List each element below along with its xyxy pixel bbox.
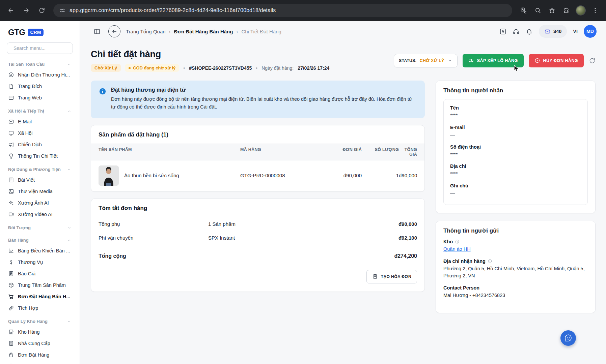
sidebar-section-doi-tuong[interactable]: Đối Tượng <box>0 220 80 233</box>
table-row: Áo thun bền bỉ sức sống GTG-PRD-0000008 … <box>91 160 424 191</box>
shipment-truck-icon <box>468 58 474 63</box>
cancel-order-button[interactable]: HỦY ĐƠN HÀNG <box>529 54 584 67</box>
field-value: — <box>450 131 581 139</box>
page-head: Chi tiết đặt hàng Chờ Xử Lý COD đang chờ… <box>91 49 596 72</box>
section-label: Đối Tượng <box>8 225 31 230</box>
sidebar-item-thuong-vu[interactable]: Thương Vụ <box>0 256 80 268</box>
url-bar[interactable]: app.gtgcrm.com/crm/products-order/f22760… <box>53 4 512 17</box>
browser-profile-avatar[interactable] <box>576 5 586 16</box>
refresh-button[interactable] <box>589 57 596 64</box>
page-title: Chi tiết đặt hàng <box>91 49 329 60</box>
order-code: #SHOPEE-260227ST3VD455 <box>189 65 252 71</box>
sidebar-item-xa-hoi[interactable]: Xã Hội <box>0 127 80 139</box>
extensions-icon[interactable] <box>560 4 572 17</box>
integrations-icon <box>8 305 14 311</box>
sidebar-search[interactable] <box>7 42 73 54</box>
product-image[interactable] <box>99 165 119 186</box>
user-avatar[interactable]: MD <box>584 25 597 38</box>
chat-support-button[interactable] <box>560 330 576 346</box>
info-icon[interactable] <box>455 239 460 244</box>
sidebar-section-tai-san-toan-cau[interactable]: Tài Sản Toàn Cầu <box>0 57 80 69</box>
sidebar-item-bao-gia[interactable]: Báo Giá <box>0 268 80 279</box>
sidebar-section-ban-hang[interactable]: Bán Hàng <box>0 233 80 245</box>
search-input[interactable] <box>13 46 75 51</box>
sidebar-item-label: Kho Hàng <box>18 329 40 335</box>
app-logo[interactable]: GTG CRM <box>0 26 80 42</box>
create-invoice-button[interactable]: TẠO HÓA ĐƠN <box>366 270 417 283</box>
site-info-icon[interactable] <box>59 7 65 13</box>
sidebar-item-chien-dich[interactable]: Chiến Dịch <box>0 139 80 150</box>
sidebar-item-don-dat-hang[interactable]: Đơn Đặt Hàng <box>0 349 80 361</box>
browser-reload-button[interactable] <box>36 4 48 17</box>
sidebar-item-bai-viet[interactable]: Bài Viết <box>0 174 80 186</box>
sales-dashboard-icon <box>8 248 14 254</box>
sidebar-item-label: Xưởng Ảnh AI <box>18 200 49 206</box>
zoom-icon[interactable] <box>532 4 544 17</box>
breadcrumb-separator: › <box>236 29 238 34</box>
browser-back-button[interactable] <box>5 4 17 17</box>
info-icon[interactable] <box>488 259 492 264</box>
sidebar-item-xuong-anh-ai[interactable]: Xưởng Ảnh AI <box>0 197 80 209</box>
sidebar-section-xa-hoi-tiep-thi[interactable]: Xã Hội & Tiếp Thị <box>0 103 80 116</box>
url-text: app.gtgcrm.com/crm/products-order/f22760… <box>70 7 276 13</box>
sidebar-item-label: Thương Vụ <box>18 260 43 265</box>
chat-smiley-icon <box>564 334 572 342</box>
section-label: Bán Hàng <box>8 238 29 243</box>
sidebar-item-label: Trang Web <box>18 95 42 100</box>
sidebar-item-xuong-video-ai[interactable]: Xưởng Video AI <box>0 209 80 220</box>
chevron-up-icon <box>67 109 72 114</box>
sidebar-item-trung-tam-san-pham[interactable]: Trung Tâm Sản Phẩm <box>0 279 80 291</box>
arrange-shipment-button[interactable]: SẮP XẾP LÔ HÀNG <box>463 54 524 67</box>
field-label: Địa chỉ <box>450 163 581 169</box>
ai-video-icon <box>8 211 14 217</box>
page-back-button[interactable] <box>108 25 120 37</box>
bookmark-star-icon[interactable] <box>546 4 558 17</box>
sidebar-item-thu-vien-media[interactable]: Thư Viện Media <box>0 186 80 197</box>
sidebar-item-thong-tin-chi-tiet[interactable]: Thông Tin Chi Tiết <box>0 150 80 162</box>
support-button[interactable] <box>513 28 520 35</box>
summary-detail: SPX Instant <box>208 235 398 241</box>
sidebar-item-bang-dieu-khien-ban-hang[interactable]: Bảng Điều Khiển Bán ... <box>0 245 80 256</box>
email-icon <box>8 119 14 125</box>
sidebar-item-label: Bảng Điều Khiển Bán ... <box>18 248 70 253</box>
sidebar-item-nhan-dien-thuong-hieu[interactable]: Nhận Diện Thương Hi... <box>0 69 80 81</box>
notifications-button[interactable] <box>526 28 533 35</box>
sender-field-pickup-address: Địa chỉ nhận hàng Phường 2, Quận 5, Hồ C… <box>443 259 588 280</box>
sidebar-item-tich-hop[interactable]: Tích Hợp <box>0 302 80 314</box>
sidebar-item-kho-hang[interactable]: Kho Hàng <box>0 326 80 338</box>
summary-total-row: Tổng cộng đ274,200 <box>91 247 424 263</box>
media-library-icon <box>8 188 14 194</box>
sidebar-toggle-button[interactable] <box>91 25 103 37</box>
inbox-button[interactable]: 340 <box>539 25 567 38</box>
warehouse-link[interactable]: Quần áo HH <box>443 246 471 252</box>
translate-icon[interactable] <box>518 4 530 17</box>
breadcrumb-item[interactable]: Trang Tổng Quan <box>126 29 166 34</box>
breadcrumb-item[interactable]: Đơn Đặt Hàng Bán Hàng <box>174 29 233 34</box>
inbox-count: 340 <box>553 29 561 34</box>
language-selector[interactable]: VI <box>573 29 578 34</box>
sidebar-item-trang-web[interactable]: Trang Web <box>0 92 80 103</box>
sidebar-section-quan-ly-kho-hang[interactable]: Quản Lý Kho Hàng <box>0 314 80 326</box>
browser-chrome: app.gtgcrm.com/crm/products-order/f22760… <box>0 0 606 21</box>
product-name[interactable]: Áo thun bền bỉ sức sống <box>124 173 179 178</box>
ai-assistant-button[interactable] <box>499 28 506 35</box>
supplier-icon <box>8 340 14 346</box>
create-invoice-label: TẠO HÓA ĐƠN <box>381 274 411 279</box>
sidebar-item-don-dat-hang-ban-hang[interactable]: Đơn Đặt Hàng Bán H... <box>0 291 80 302</box>
sidebar-item-trang-dich[interactable]: Trang Đích <box>0 81 80 92</box>
browser-forward-button[interactable] <box>20 4 32 17</box>
sidebar-item-email[interactable]: E-Mail <box>0 116 80 127</box>
order-date-value: 27/02/26 17:24 <box>298 65 329 71</box>
sidebar-section-noi-dung-phuong-tien[interactable]: Nội Dung & Phương Tiện <box>0 162 80 174</box>
sender-field-warehouse: Kho Quần áo HH <box>443 239 588 253</box>
browser-menu-icon[interactable] <box>589 4 601 17</box>
status-dropdown[interactable]: STATUS: CHỜ XỬ LÝ <box>394 54 457 67</box>
summary-label: Tổng phụ <box>99 221 208 227</box>
ordered-products-card: Sản phẩm đã đặt hàng (1) TÊN SẢN PHẨM MÃ… <box>91 125 425 192</box>
field-label: Ghi chú <box>450 183 581 188</box>
sidebar-item-nha-cung-cap[interactable]: Nhà Cung Cấp <box>0 338 80 349</box>
recipient-field-address: Địa chỉ **** <box>450 163 581 178</box>
sidebar-item-label: Bài Viết <box>18 177 35 183</box>
sidebar-item-phieu-nhap-kho[interactable]: Phiếu Nhập Kho <box>0 361 80 364</box>
chevron-down-icon <box>447 58 452 63</box>
